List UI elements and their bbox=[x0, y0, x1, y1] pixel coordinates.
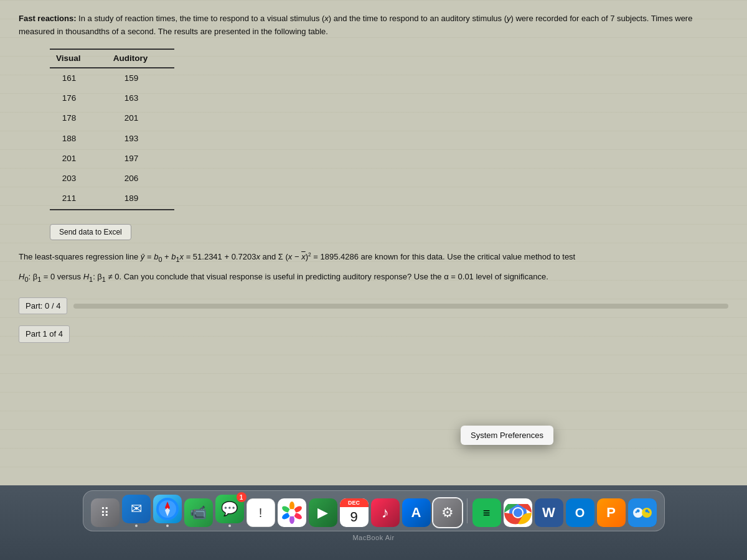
finder-icon bbox=[628, 498, 657, 527]
dock-item-mail[interactable]: ✉ bbox=[122, 495, 151, 527]
part-section: Part: 0 / 4 Part 1 of 4 bbox=[19, 297, 728, 343]
dock-item-chrome[interactable] bbox=[504, 498, 532, 527]
music-icon: ♪ bbox=[371, 498, 400, 527]
visual-cell: 211 bbox=[50, 189, 107, 209]
table-row: 178201 bbox=[50, 108, 174, 128]
auditory-cell: 163 bbox=[107, 88, 174, 108]
svg-point-11 bbox=[288, 509, 296, 516]
part-progress-label: Part: 0 / 4 bbox=[19, 297, 67, 315]
dock-item-music[interactable]: ♪ bbox=[371, 498, 400, 527]
svg-point-17 bbox=[633, 508, 643, 518]
safari-icon bbox=[153, 495, 182, 523]
appstore-icon: A bbox=[402, 498, 431, 527]
data-table: Visual Auditory 161159176163178201188193… bbox=[50, 49, 174, 210]
send-to-excel-button[interactable]: Send data to Excel bbox=[50, 224, 131, 240]
visual-cell: 161 bbox=[50, 68, 107, 88]
dock-item-system-preferences[interactable]: ⚙ bbox=[433, 498, 462, 527]
dock-item-safari[interactable] bbox=[153, 495, 182, 527]
svg-point-22 bbox=[647, 511, 649, 513]
reminders-icon: ! bbox=[247, 498, 275, 527]
dock-item-finder[interactable] bbox=[628, 498, 657, 527]
word-icon: W bbox=[535, 498, 563, 527]
messages-dot bbox=[228, 525, 231, 527]
dock-item-photos[interactable] bbox=[278, 498, 306, 527]
dock-item-word[interactable]: W bbox=[535, 498, 563, 527]
messages-badge: 1 bbox=[237, 492, 247, 502]
visual-cell: 201 bbox=[50, 149, 107, 169]
visual-cell: 176 bbox=[50, 88, 107, 108]
visual-cell: 188 bbox=[50, 129, 107, 149]
dock-item-spotify[interactable]: ≡ bbox=[472, 498, 501, 527]
intro-bold: Fast reactions: bbox=[19, 14, 76, 23]
dock-item-calendar[interactable]: DEC 9 bbox=[340, 498, 369, 527]
chrome-icon bbox=[504, 498, 532, 527]
col-auditory: Auditory bbox=[107, 49, 174, 68]
auditory-cell: 197 bbox=[107, 149, 174, 169]
progress-bar bbox=[73, 304, 728, 309]
hypothesis-text: H0: β1 = 0 versus H1: β1 ≠ 0. Can you co… bbox=[19, 270, 728, 285]
visual-cell: 203 bbox=[50, 169, 107, 189]
col-visual: Visual bbox=[50, 49, 107, 68]
main-content: Fast reactions: In a study of reaction t… bbox=[0, 0, 747, 485]
visual-cell: 178 bbox=[50, 108, 107, 128]
messages-icon: 💬 1 bbox=[215, 495, 244, 523]
svg-point-15 bbox=[514, 508, 522, 517]
table-row: 161159 bbox=[50, 68, 174, 88]
auditory-cell: 159 bbox=[107, 68, 174, 88]
intro-text: In a study of reaction times, the time t… bbox=[19, 14, 692, 36]
dock-item-launchpad[interactable]: ⠿ bbox=[91, 498, 120, 527]
dock-divider bbox=[467, 498, 467, 523]
auditory-cell: 189 bbox=[107, 189, 174, 209]
mail-icon: ✉ bbox=[122, 495, 151, 523]
facetime-icon: 📹 bbox=[184, 498, 213, 527]
table-row: 203206 bbox=[50, 169, 174, 189]
svg-point-20 bbox=[635, 511, 637, 513]
dock-container: ⠿ ✉ 📹 bbox=[0, 485, 747, 560]
svg-point-8 bbox=[289, 515, 294, 524]
keynote-icon: P bbox=[597, 498, 626, 527]
dock-item-appstore[interactable]: A bbox=[402, 498, 431, 527]
table-row: 176163 bbox=[50, 88, 174, 108]
table-row: 188193 bbox=[50, 129, 174, 149]
svg-point-5 bbox=[289, 502, 294, 510]
part1-label: Part 1 of 4 bbox=[19, 325, 70, 343]
table-row: 211189 bbox=[50, 189, 174, 209]
calendar-day: 9 bbox=[350, 507, 357, 527]
auditory-cell: 206 bbox=[107, 169, 174, 189]
dock-item-keynote[interactable]: P bbox=[597, 498, 626, 527]
calendar-month: DEC bbox=[340, 498, 369, 507]
launchpad-icon: ⠿ bbox=[91, 498, 120, 527]
regression-description: The least-squares regression line ŷ = b0… bbox=[19, 250, 728, 265]
dock-item-facetime2[interactable]: ▶ bbox=[309, 498, 337, 527]
mail-dot bbox=[135, 525, 138, 527]
system-preferences-popup: System Preferences bbox=[461, 426, 553, 445]
dock-item-facetime[interactable]: 📹 bbox=[184, 498, 213, 527]
photos-icon bbox=[278, 498, 306, 527]
dock-item-reminders[interactable]: ! bbox=[247, 498, 275, 527]
part-header: Part: 0 / 4 bbox=[19, 297, 728, 315]
table-row: 201197 bbox=[50, 149, 174, 169]
svg-point-18 bbox=[642, 508, 652, 518]
calendar-icon: DEC 9 bbox=[340, 498, 369, 527]
table-container: Visual Auditory 161159176163178201188193… bbox=[50, 49, 728, 210]
facetime2-icon: ▶ bbox=[309, 498, 337, 527]
macbook-label: MacBook Air bbox=[352, 534, 394, 541]
safari-dot bbox=[166, 525, 169, 527]
dock: ⠿ ✉ 📹 bbox=[83, 490, 665, 531]
auditory-cell: 201 bbox=[107, 108, 174, 128]
outlook-icon: O bbox=[566, 498, 594, 527]
spotify-icon: ≡ bbox=[472, 498, 501, 527]
intro-paragraph: Fast reactions: In a study of reaction t… bbox=[19, 12, 728, 39]
sys-pref-label: System Preferences bbox=[471, 431, 543, 440]
auditory-cell: 193 bbox=[107, 129, 174, 149]
dock-item-outlook[interactable]: O bbox=[566, 498, 594, 527]
dock-item-messages[interactable]: 💬 1 bbox=[215, 495, 244, 527]
system-preferences-icon: ⚙ bbox=[433, 498, 462, 527]
